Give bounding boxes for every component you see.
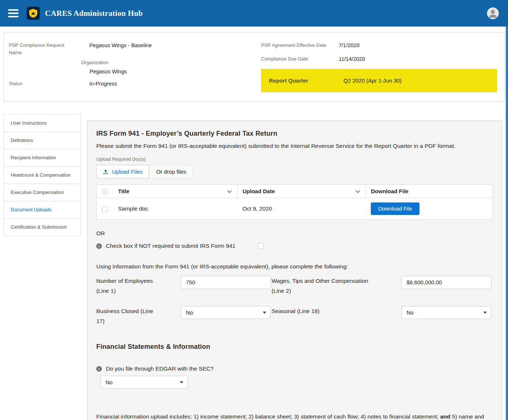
not-required-label: Check box if NOT required to submit IRS … [106,243,235,249]
compliance-summary-card: PSP Compliance Request Name Pegasus Wing… [3,32,505,101]
chevron-down-icon[interactable] [355,188,360,193]
edgar-question-label: Do you file through EDGAR with the SEC? [106,365,214,372]
not-required-checkbox[interactable] [258,243,264,249]
dropdown-arrow-icon [263,312,266,314]
edgar-select[interactable]: No [100,376,188,389]
chevron-down-icon[interactable] [227,188,232,193]
report-quarter-value: Q2 2020 (Apr 1-Jun 30) [343,77,402,84]
complete-instruction: Using information from the Form 941 (or … [96,263,493,270]
financial-section-title: Financial Statements & Information [96,343,493,351]
column-header-title[interactable]: Title [113,185,237,198]
upload-required-label: Upload Required Doc(s) [96,157,493,162]
download-file-button[interactable]: Download File [371,202,419,215]
info-icon[interactable]: i [96,243,102,249]
sidebar-item-definitions[interactable]: Definitions [3,132,81,149]
closed-seasonal-row: Business Closed (Line 17) No Seasonal (L… [96,306,493,326]
sidebar-item-recipient-information[interactable]: Recipient Information [3,149,81,167]
menu-icon[interactable] [8,9,18,17]
business-closed-value: No [186,309,193,316]
employees-label: Number of Employees (Line 1) [96,276,161,296]
wages-label: Wages, Tips and Other Compensation (Line… [272,276,382,296]
organization-value: Pegasus Wings [90,68,261,76]
seasonal-select[interactable]: No [401,306,491,319]
document-uploads-panel: IRS Form 941 - Employer’s Quarterly Fede… [87,121,502,420]
note-text-start: Financial information upload includes: 1… [96,413,440,420]
dropdown-arrow-icon [483,312,487,314]
or-separator: OR [96,230,493,237]
upload-date-header-label: Upload Date [243,188,275,194]
title-header-label: Title [118,188,129,194]
effective-date-field: PSP Agreement Effective Date 7/1/2020 [261,42,497,50]
request-name-value: Pegasus Wings - Baseline [89,42,152,50]
wages-input[interactable] [401,276,491,289]
employees-input[interactable] [181,276,271,289]
organization-label: Organization [81,59,261,66]
seasonal-value: No [407,309,414,316]
form941-section-title: IRS Form 941 - Employer’s Quarterly Fede… [96,130,493,138]
column-header-download-file: Download File [366,185,493,198]
dropdown-arrow-icon [180,381,183,383]
effective-date-value: 7/1/2020 [339,42,359,50]
info-icon[interactable]: i [96,366,102,372]
edgar-question-line: i Do you file through EDGAR with the SEC… [96,365,493,372]
status-label: Status [9,80,89,87]
business-closed-label: Business Closed (Line 17) [96,306,161,326]
report-quarter-label: Report Quarter [269,77,343,84]
drop-files-zone[interactable]: Or drop files [149,165,193,178]
effective-date-label: PSP Agreement Effective Date [261,42,339,49]
due-date-label: Compliance Due Date [261,55,339,63]
app-title: CARES Administration Hub [45,9,143,18]
sidebar-item-executive-compensation[interactable]: Executive Compensation [3,184,81,201]
select-all-checkbox[interactable] [102,189,108,195]
doc-date-cell: Oct 9, 2020 [237,198,366,220]
status-value: In-Progress [89,80,117,88]
doc-title-cell: Sample doc [113,198,237,220]
financial-upload-note: Financial information upload includes: 1… [96,412,493,420]
sidebar-item-user-instructions[interactable]: User Instructions [3,114,81,132]
due-date-value: 11/14/2020 [339,55,365,63]
not-required-line: i Check box if NOT required to submit IR… [96,243,493,249]
app-header: CARES Administration Hub [0,0,508,27]
table-header-row: Title Upload Date Download File [97,185,493,198]
app-logo-icon [27,7,40,20]
business-closed-select[interactable]: No [181,306,271,319]
section-nav: User Instructions Definitions Recipient … [3,114,81,236]
status-field: Status In-Progress [9,80,261,88]
sidebar-item-headcount-compensation[interactable]: Headcount & Compensation [3,166,81,184]
upload-files-label: Upload Files [112,169,142,175]
request-name-field: PSP Compliance Request Name Pegasus Wing… [9,42,261,56]
edgar-value: No [106,379,113,385]
user-avatar-icon[interactable] [487,7,499,20]
sidebar-item-certification-submission[interactable]: Certification & Submission [3,218,81,236]
column-header-upload-date[interactable]: Upload Date [237,185,366,198]
note-text-bold: and [440,413,450,420]
vertical-scrollbar[interactable] [506,27,508,420]
form941-description: Please submit the Form 941 (or IRS-accep… [96,141,493,151]
seasonal-label: Seasonal (Line 18) [272,306,382,316]
upload-icon [103,169,108,174]
employees-wages-row: Number of Employees (Line 1) Wages, Tips… [96,276,493,296]
uploaded-docs-table: Title Upload Date Download File Sample d… [96,184,493,220]
row-checkbox[interactable] [102,206,108,212]
sidebar-item-document-uploads[interactable]: Document Uploads [3,201,81,219]
upload-files-button[interactable]: Upload Files [96,165,149,178]
request-name-label: PSP Compliance Request Name [9,42,89,56]
report-quarter-highlight: Report Quarter Q2 2020 (Apr 1-Jun 30) [261,69,497,92]
due-date-field: Compliance Due Date 11/14/2020 [261,55,497,63]
organization-field: Organization Pegasus Wings [81,59,261,76]
table-row: Sample doc Oct 9, 2020 Download File [97,198,493,220]
